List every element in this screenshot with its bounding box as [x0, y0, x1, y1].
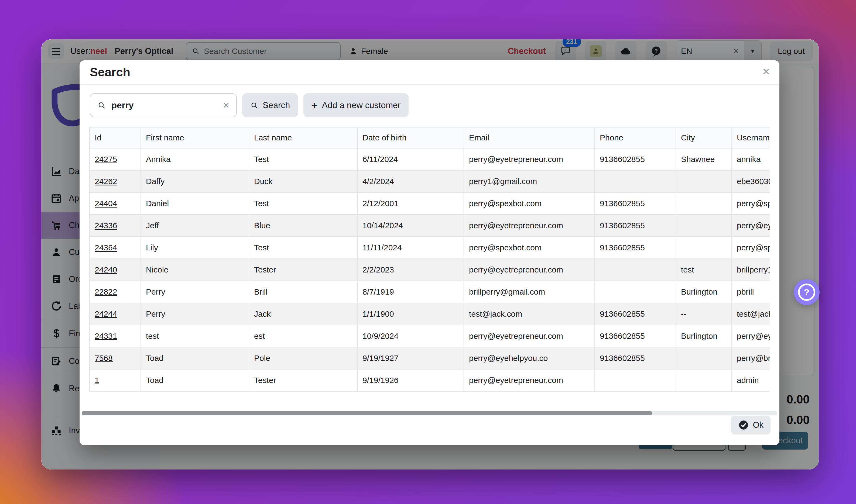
table-row: 24331testest10/9/2024perry@eyetrepreneur… [89, 325, 770, 347]
modal-footer: Ok [80, 415, 780, 445]
clear-search-icon[interactable]: × [223, 99, 229, 111]
customer-id-link[interactable]: 7568 [95, 354, 113, 362]
column-header: City [676, 127, 732, 148]
cell-phone: 9136602855 [595, 347, 676, 369]
cell-email: perry@eyetrepreneur.com [464, 369, 595, 391]
cell-username: annika [732, 148, 770, 170]
cell-last: Duck [249, 170, 357, 193]
close-icon[interactable]: × [763, 64, 770, 79]
customer-id-link[interactable]: 1 [95, 376, 99, 384]
cell-email: perry@spexbot.com [464, 193, 595, 215]
cell-phone: 9136602855 [595, 237, 676, 259]
cell-last: Test [249, 237, 357, 259]
cell-email: perry1@gmail.com [464, 170, 595, 193]
cell-first: Toad [141, 369, 249, 391]
column-header: Date of birth [357, 127, 464, 148]
results-table-wrap: IdFirst nameLast nameDate of birthEmailP… [89, 127, 770, 392]
add-customer-button[interactable]: + Add a new customer [303, 93, 408, 117]
ok-button[interactable]: Ok [731, 416, 770, 434]
column-header: Id [89, 127, 141, 148]
cell-email: perry@eyetrepreneur.com [464, 259, 595, 281]
table-row: 24364LilyTest11/11/2024perry@spexbot.com… [89, 237, 770, 259]
cell-id: 24331 [89, 325, 141, 347]
cell-city [676, 193, 732, 215]
help-floating-button[interactable]: ? [794, 279, 820, 305]
customer-id-link[interactable]: 24262 [95, 177, 117, 186]
cell-last: Blue [249, 215, 357, 237]
cell-dob: 2/2/2023 [357, 259, 464, 281]
cell-dob: 1/1/1900 [357, 303, 464, 325]
customer-id-link[interactable]: 24244 [95, 309, 117, 318]
check-circle-icon [738, 420, 749, 430]
cell-email: perry@eyetrepreneur.com [464, 215, 595, 237]
customer-id-link[interactable]: 24404 [95, 199, 117, 208]
cell-first: Lily [141, 237, 249, 259]
cell-username: perry@ey [732, 215, 770, 237]
customer-id-link[interactable]: 24336 [95, 221, 117, 230]
cell-dob: 11/11/2024 [357, 237, 464, 259]
customer-results-table: IdFirst nameLast nameDate of birthEmailP… [89, 127, 770, 392]
question-mark-icon: ? [798, 284, 815, 301]
cell-phone: 9136602855 [595, 303, 676, 325]
cell-last: Pole [249, 347, 357, 369]
cell-first: Annika [141, 148, 249, 170]
cell-phone: 9136602855 [595, 215, 676, 237]
table-row: 1ToadTester9/19/1926perry@eyetrepreneur.… [89, 369, 770, 391]
cell-last: est [249, 325, 357, 347]
cell-email: brillperry@gmail.com [464, 281, 595, 303]
table-body: 24275AnnikaTest6/11/2024perry@eyetrepren… [89, 148, 770, 391]
cell-city: -- [676, 303, 732, 325]
column-header: Phone [595, 127, 676, 148]
customer-search-input[interactable] [111, 100, 218, 111]
cell-phone: 9136602855 [595, 148, 676, 170]
horizontal-scrollbar[interactable] [82, 411, 777, 415]
customer-id-link[interactable]: 24331 [95, 331, 117, 340]
search-button[interactable]: Search [242, 93, 298, 117]
scrollbar-thumb[interactable] [82, 411, 652, 415]
cell-phone [595, 281, 676, 303]
ok-button-label: Ok [753, 420, 764, 430]
cell-username: perry@ey [732, 325, 770, 347]
cell-first: Nicole [141, 259, 249, 281]
cell-id: 1 [89, 369, 141, 391]
cell-email: perry@eyetrepreneur.com [464, 148, 595, 170]
table-row: 24244PerryJack1/1/1900test@jack.com91366… [89, 303, 770, 325]
cell-first: Daffy [141, 170, 249, 193]
table-row: 24404DanielTest2/12/2001perry@spexbot.co… [89, 193, 770, 215]
cell-username: perry@sp [732, 193, 770, 215]
cell-first: test [141, 325, 249, 347]
cell-last: Test [249, 148, 357, 170]
customer-search-field[interactable]: × [90, 93, 237, 117]
cell-email: perry@eyetrepreneur.com [464, 325, 595, 347]
cell-email: test@jack.com [464, 303, 595, 325]
cell-username: admin [732, 369, 770, 391]
cell-city: Burlington [676, 281, 732, 303]
cell-id: 24404 [89, 193, 141, 215]
cell-email: perry@spexbot.com [464, 237, 595, 259]
cell-username: pbrill [732, 281, 770, 303]
column-header: Username [732, 127, 770, 148]
cell-id: 24244 [89, 303, 141, 325]
cell-username: test@jack [732, 303, 770, 325]
cell-phone: 9136602855 [595, 193, 676, 215]
customer-id-link[interactable]: 24240 [95, 265, 117, 274]
search-icon [250, 101, 258, 109]
cell-username: perry@sp [732, 237, 770, 259]
cell-city [676, 170, 732, 193]
customer-id-link[interactable]: 24364 [95, 243, 117, 252]
modal-header: Search × [80, 60, 780, 85]
table-row: 24262DaffyDuck4/2/2024perry1@gmail.comeb… [89, 170, 770, 193]
cell-dob: 10/14/2024 [357, 215, 464, 237]
cell-city: Shawnee [676, 148, 732, 170]
cell-city: Burlington [676, 325, 732, 347]
customer-id-link[interactable]: 24275 [95, 155, 117, 164]
cell-first: Daniel [141, 193, 249, 215]
cell-dob: 4/2/2024 [357, 170, 464, 193]
modal-title: Search [90, 65, 769, 79]
cell-phone [595, 369, 676, 391]
customer-id-link[interactable]: 22822 [95, 287, 117, 296]
cell-first: Perry [141, 281, 249, 303]
table-row: 7568ToadPole9/19/1927perry@eyehelpyou.co… [89, 347, 770, 369]
cell-id: 24275 [89, 148, 141, 170]
column-header: First name [141, 127, 249, 148]
